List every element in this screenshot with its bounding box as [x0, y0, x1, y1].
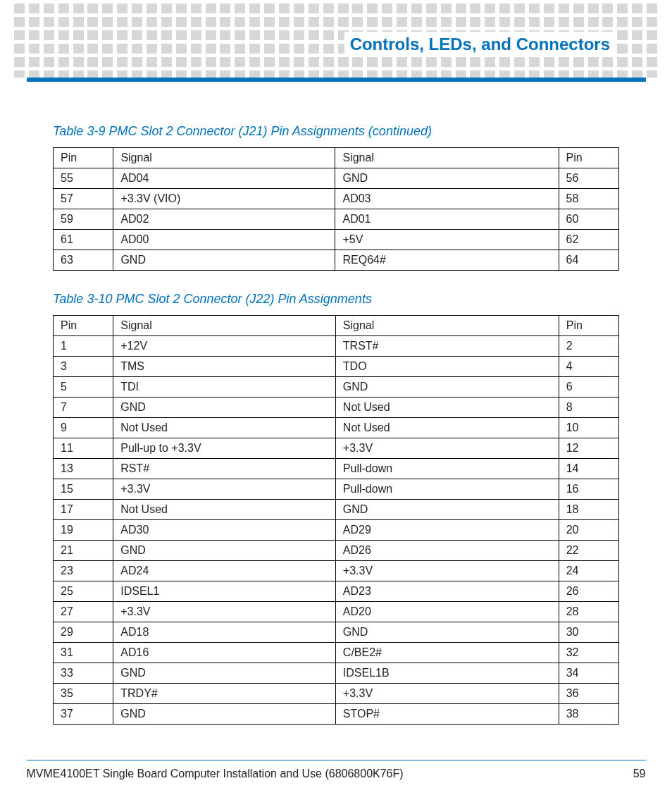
table-row: 3TMSTDO4	[54, 357, 619, 377]
table2-cell-sig_l: Not Used	[113, 418, 336, 438]
table-row: 55AD04GND56	[54, 168, 619, 189]
table2-cell-pin_r: 4	[559, 357, 618, 377]
table2-cell-sig_l: GND	[113, 704, 336, 725]
table2-cell-pin_l: 37	[54, 704, 113, 725]
table-row: 35TRDY#+3.3V36	[54, 684, 619, 704]
table1-cell-sig_r: +5V	[335, 230, 559, 250]
table2-cell-pin_r: 26	[559, 581, 618, 602]
table2-cell-pin_l: 27	[54, 602, 113, 622]
table-row: 31AD16C/BE2#32	[54, 643, 619, 663]
table1-cell-pin_l: 55	[54, 168, 113, 189]
table2-cell-sig_r: +3.3V	[335, 438, 559, 459]
table2-cell-sig_r: +3.3V	[335, 684, 559, 704]
table1-cell-sig_l: AD00	[113, 230, 335, 250]
table2-cell-pin_l: 29	[54, 622, 113, 643]
table-row: 23AD24+3.3V24	[54, 561, 619, 581]
table2-cell-pin_r: 14	[559, 459, 618, 479]
table1-cell-pin_l: 59	[54, 209, 113, 230]
table1-cell-pin_r: 64	[559, 250, 618, 271]
table2-pin-assignments: Pin Signal Signal Pin 1+12VTRST#23TMSTDO…	[53, 315, 619, 725]
table-row: 21GNDAD2622	[54, 541, 619, 561]
footer: MVME4100ET Single Board Computer Install…	[27, 760, 646, 780]
table1-cell-pin_l: 57	[54, 189, 113, 209]
table2-cell-pin_l: 31	[54, 643, 113, 663]
table1-header-sig-l: Signal	[113, 148, 335, 168]
table2-cell-pin_l: 21	[54, 541, 113, 561]
table1-pin-assignments: Pin Signal Signal Pin 55AD04GND5657+3.3V…	[53, 147, 619, 271]
table2-cell-sig_l: +3.3V	[113, 602, 336, 622]
table2-cell-sig_l: TMS	[113, 357, 336, 377]
table2-cell-sig_r: GND	[335, 377, 559, 398]
table2-cell-sig_l: AD30	[113, 520, 336, 541]
table-row: 29AD18GND30	[54, 622, 619, 643]
table2-cell-sig_l: GND	[113, 398, 336, 418]
table1-cell-sig_l: GND	[113, 250, 335, 271]
table2-cell-pin_l: 23	[54, 561, 113, 581]
header-decorative-pattern: Controls, LEDs, and Connectors	[0, 0, 672, 78]
table2-cell-sig_l: Pull-up to +3.3V	[113, 438, 336, 459]
table-row: 63GNDREQ64#64	[54, 250, 619, 271]
table2-cell-pin_r: 10	[559, 418, 618, 438]
table2-cell-pin_l: 7	[54, 398, 113, 418]
table-row: 61AD00+5V62	[54, 230, 619, 250]
footer-doc-title: MVME4100ET Single Board Computer Install…	[27, 768, 404, 780]
table2-cell-sig_r: Pull-down	[335, 459, 559, 479]
table1-cell-pin_l: 63	[54, 250, 113, 271]
table-row: 37GNDSTOP#38	[54, 704, 619, 725]
table-row: 15+3.3VPull-down16	[54, 479, 619, 500]
table2-cell-sig_r: IDSEL1B	[335, 663, 559, 684]
table2-cell-pin_l: 35	[54, 684, 113, 704]
table2-header-pin-l: Pin	[54, 316, 113, 336]
table2-cell-pin_r: 28	[559, 602, 618, 622]
table2-cell-pin_l: 17	[54, 500, 113, 520]
table1-cell-sig_l: AD02	[113, 209, 335, 230]
table2-cell-sig_l: GND	[113, 663, 336, 684]
table-row: 11Pull-up to +3.3V+3.3V12	[54, 438, 619, 459]
table2-caption: Table 3-10 PMC Slot 2 Connector (J22) Pi…	[53, 292, 619, 307]
footer-page-number: 59	[633, 768, 646, 780]
table1-cell-sig_l: +3.3V (VIO)	[113, 189, 335, 209]
table2-cell-sig_r: GND	[335, 622, 559, 643]
table2-header-pin-r: Pin	[559, 316, 618, 336]
table2-cell-sig_r: Not Used	[335, 398, 559, 418]
table-header-row: Pin Signal Signal Pin	[54, 148, 619, 168]
table2-cell-sig_l: AD16	[113, 643, 336, 663]
table2-cell-pin_r: 36	[559, 684, 618, 704]
table2-cell-sig_l: IDSEL1	[113, 581, 336, 602]
table2-cell-pin_r: 18	[559, 500, 618, 520]
table2-cell-sig_l: AD24	[113, 561, 336, 581]
table1-header-pin-l: Pin	[54, 148, 113, 168]
table2-cell-pin_r: 16	[559, 479, 618, 500]
table1-cell-pin_l: 61	[54, 230, 113, 250]
table2-cell-sig_l: AD18	[113, 622, 336, 643]
table2-cell-sig_r: +3.3V	[335, 561, 559, 581]
table1-cell-sig_l: AD04	[113, 168, 335, 189]
table2-cell-pin_l: 11	[54, 438, 113, 459]
table2-cell-pin_l: 25	[54, 581, 113, 602]
table1-cell-sig_r: GND	[335, 168, 559, 189]
table2-cell-sig_l: +3.3V	[113, 479, 336, 500]
table2-cell-sig_r: AD26	[335, 541, 559, 561]
table2-cell-pin_r: 6	[559, 377, 618, 398]
table2-cell-sig_r: Pull-down	[335, 479, 559, 500]
table-row: 5TDIGND6	[54, 377, 619, 398]
table2-cell-sig_r: AD23	[335, 581, 559, 602]
table1-caption: Table 3-9 PMC Slot 2 Connector (J21) Pin…	[53, 124, 619, 139]
table2-cell-sig_l: GND	[113, 541, 336, 561]
table-row: 33GNDIDSEL1B34	[54, 663, 619, 684]
table2-cell-sig_r: AD29	[335, 520, 559, 541]
table2-cell-sig_l: RST#	[113, 459, 336, 479]
table2-cell-sig_r: TRST#	[335, 336, 559, 357]
table1-header-pin-r: Pin	[559, 148, 618, 168]
table1-cell-sig_r: REQ64#	[335, 250, 559, 271]
table2-cell-sig_l: TDI	[113, 377, 336, 398]
table2-cell-pin_l: 33	[54, 663, 113, 684]
table2-cell-pin_r: 30	[559, 622, 618, 643]
table2-cell-pin_r: 8	[559, 398, 618, 418]
table2-cell-pin_r: 32	[559, 643, 618, 663]
table1-cell-pin_r: 62	[559, 230, 618, 250]
table-row: 57+3.3V (VIO)AD0358	[54, 189, 619, 209]
table1-cell-sig_r: AD01	[335, 209, 559, 230]
table2-cell-sig_l: TRDY#	[113, 684, 336, 704]
table1-header-sig-r: Signal	[335, 148, 559, 168]
